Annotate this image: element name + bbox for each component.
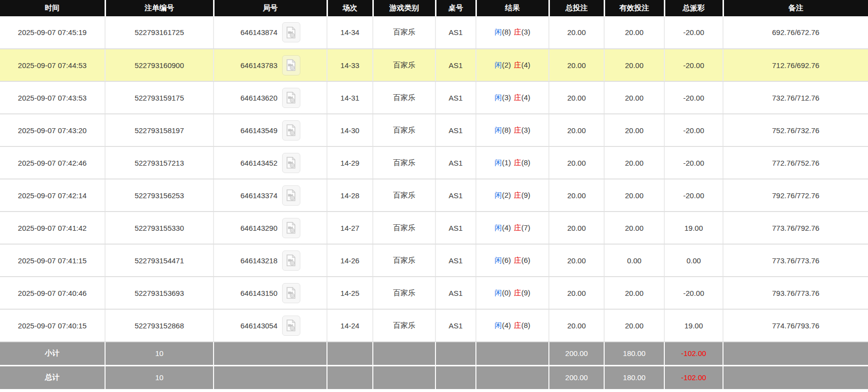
bet-record-row: 2025-09-07 07:41:15 522793154471 6461432…: [0, 244, 868, 277]
cell-result: 闲(2)庄(4): [476, 49, 549, 81]
cell-total-bet[interactable]: 20.00: [549, 49, 604, 81]
video-replay-button[interactable]: [282, 22, 300, 42]
subtotal-valid-bet: 180.00: [604, 342, 664, 365]
cell-table-no: AS1: [435, 179, 476, 212]
video-replay-button[interactable]: [282, 55, 300, 75]
result-player-label: 闲: [495, 28, 502, 36]
cell-remark: 793.76/773.76: [723, 277, 868, 309]
video-replay-button[interactable]: [282, 316, 300, 336]
cell-result: 闲(4)庄(8): [476, 309, 549, 342]
grand-total-empty: [435, 365, 476, 389]
grand-total-payout-value: -102.00: [681, 373, 706, 382]
cell-total-bet[interactable]: 20.00: [549, 244, 604, 277]
header-round-id: 局号: [214, 0, 327, 16]
video-replay-button[interactable]: [282, 218, 300, 238]
bet-records-table: 时间 注单编号 局号 场次 游戏类别 桌号 结果 总投注 有效投注 总派彩 备注…: [0, 0, 868, 389]
round-number: 646143874: [240, 28, 277, 36]
cell-round-id: 646143783: [214, 49, 327, 81]
subtotal-empty: [327, 342, 373, 365]
cell-round-id: 646143452: [214, 146, 327, 179]
video-file-icon: [285, 221, 297, 234]
cell-time: 2025-09-07 07:40:46: [0, 277, 105, 309]
table-header: 时间 注单编号 局号 场次 游戏类别 桌号 结果 总投注 有效投注 总派彩 备注: [0, 0, 868, 16]
cell-remark: 773.76/773.76: [723, 244, 868, 277]
round-number: 646143054: [240, 321, 277, 330]
cell-valid-bet: 0.00: [604, 244, 664, 277]
cell-valid-bet: 20.00: [604, 81, 664, 114]
cell-session: 14-28: [327, 179, 373, 212]
result-player-label: 闲: [495, 158, 502, 167]
grand-total-label: 总计: [0, 365, 105, 389]
cell-valid-bet: 20.00: [604, 212, 664, 244]
header-time: 时间: [0, 0, 105, 16]
result-player-points: (0): [502, 288, 511, 297]
result-banker-label: 庄: [514, 61, 521, 69]
cell-payout: -20.00: [664, 16, 723, 49]
cell-payout: -20.00: [664, 114, 723, 146]
cell-total-bet[interactable]: 20.00: [549, 146, 604, 179]
cell-time: 2025-09-07 07:42:14: [0, 179, 105, 212]
cell-table-no: AS1: [435, 114, 476, 146]
result-banker-points: (9): [521, 191, 530, 199]
cell-round-id: 646143150: [214, 277, 327, 309]
result-player-label: 闲: [495, 321, 502, 329]
result-player-label: 闲: [495, 126, 502, 134]
header-row: 时间 注单编号 局号 场次 游戏类别 桌号 结果 总投注 有效投注 总派彩 备注: [0, 0, 868, 16]
video-file-icon: [285, 124, 297, 137]
cell-game-type: 百家乐: [373, 16, 435, 49]
cell-valid-bet: 20.00: [604, 49, 664, 81]
video-replay-button[interactable]: [282, 185, 300, 206]
cell-valid-bet: 20.00: [604, 146, 664, 179]
grand-total-total-bet: 200.00: [549, 365, 604, 389]
result-player-label: 闲: [495, 191, 502, 199]
result-banker-points: (8): [521, 158, 530, 167]
round-number: 646143150: [240, 289, 277, 297]
cell-time: 2025-09-07 07:41:42: [0, 212, 105, 244]
cell-result: 闲(0)庄(9): [476, 277, 549, 309]
cell-table-no: AS1: [435, 309, 476, 342]
cell-total-bet[interactable]: 20.00: [549, 309, 604, 342]
result-player-points: (6): [502, 256, 511, 264]
bet-record-row: 2025-09-07 07:41:42 522793155330 6461432…: [0, 212, 868, 244]
round-number: 646143218: [240, 256, 277, 265]
video-replay-button[interactable]: [282, 88, 300, 108]
cell-remark: 792.76/772.76: [723, 179, 868, 212]
result-banker-points: (7): [521, 223, 530, 232]
cell-payout: -20.00: [664, 179, 723, 212]
video-file-icon: [285, 26, 297, 39]
video-replay-button[interactable]: [282, 120, 300, 141]
cell-table-no: AS1: [435, 244, 476, 277]
header-remark: 备注: [723, 0, 868, 16]
result-banker-label: 庄: [514, 321, 521, 329]
subtotal-count: 10: [105, 342, 214, 365]
grand-total-count: 10: [105, 365, 214, 389]
video-file-icon: [285, 319, 297, 332]
cell-time: 2025-09-07 07:40:15: [0, 309, 105, 342]
cell-total-bet[interactable]: 20.00: [549, 179, 604, 212]
cell-session: 14-27: [327, 212, 373, 244]
cell-total-bet[interactable]: 20.00: [549, 212, 604, 244]
cell-table-no: AS1: [435, 81, 476, 114]
grand-total-valid-bet: 180.00: [604, 365, 664, 389]
cell-game-type: 百家乐: [373, 49, 435, 81]
round-number: 646143783: [240, 61, 277, 70]
cell-game-type: 百家乐: [373, 146, 435, 179]
cell-game-type: 百家乐: [373, 277, 435, 309]
cell-total-bet[interactable]: 20.00: [549, 81, 604, 114]
cell-bet-id: 522793153693: [105, 277, 214, 309]
video-replay-button[interactable]: [282, 153, 300, 173]
cell-total-bet[interactable]: 20.00: [549, 16, 604, 49]
bet-record-row: 2025-09-07 07:40:15 522793152868 6461430…: [0, 309, 868, 342]
header-session: 场次: [327, 0, 373, 16]
header-result: 结果: [476, 0, 549, 16]
video-replay-button[interactable]: [282, 250, 300, 271]
cell-bet-id: 522793157213: [105, 146, 214, 179]
result-banker-points: (3): [521, 28, 530, 36]
cell-bet-id: 522793160900: [105, 49, 214, 81]
cell-payout: -20.00: [664, 146, 723, 179]
cell-game-type: 百家乐: [373, 212, 435, 244]
subtotal-empty: [723, 342, 868, 365]
cell-total-bet[interactable]: 20.00: [549, 114, 604, 146]
video-replay-button[interactable]: [282, 283, 300, 303]
cell-total-bet[interactable]: 20.00: [549, 277, 604, 309]
